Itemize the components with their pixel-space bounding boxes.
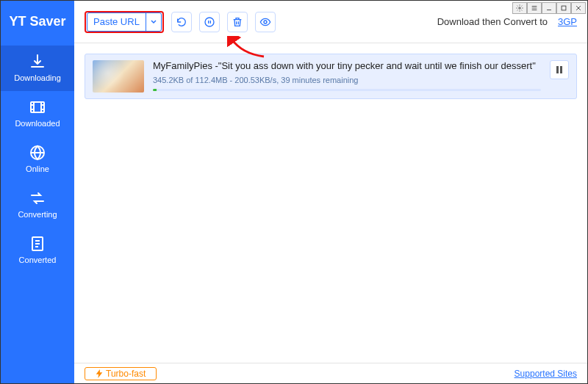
- film-icon: [29, 98, 46, 116]
- document-icon: [29, 235, 46, 253]
- eye-icon: [259, 16, 271, 28]
- paste-url-dropdown[interactable]: [146, 13, 161, 31]
- main-panel: Paste URL Download then Convert to 3GP: [74, 1, 587, 383]
- sidebar-item-label: Converting: [18, 210, 57, 219]
- trash-icon: [232, 16, 243, 28]
- pause-icon: [555, 65, 564, 74]
- menu-button[interactable]: [527, 2, 542, 14]
- pause-all-button[interactable]: [199, 12, 220, 32]
- sidebar-item-converting[interactable]: Converting: [1, 182, 74, 228]
- download-info: MyFamilyPies -"Sit you ass down with you…: [153, 60, 541, 91]
- close-button[interactable]: [571, 2, 586, 14]
- maximize-button[interactable]: [556, 2, 571, 14]
- chevron-down-icon: [151, 20, 157, 24]
- footer: Turbo-fast Supported Sites: [74, 363, 587, 383]
- download-list: MyFamilyPies -"Sit you ass down with you…: [74, 43, 587, 363]
- sidebar-item-label: Online: [26, 164, 49, 173]
- svg-rect-7: [556, 66, 559, 73]
- download-title: MyFamilyPies -"Sit you ass down with you…: [153, 60, 541, 71]
- sidebar-item-converted[interactable]: Converted: [1, 228, 74, 273]
- pause-button[interactable]: [550, 60, 569, 79]
- paste-url-label: Paste URL: [87, 16, 146, 27]
- globe-icon: [29, 144, 46, 162]
- download-status: 345.2KB of 112.4MB - 200.53KB/s, 39 minu…: [153, 76, 541, 84]
- download-icon: [29, 53, 46, 70]
- sidebar: YT Saver Downloading Downloaded Online C…: [1, 1, 74, 383]
- minimize-button[interactable]: [542, 2, 556, 14]
- lightning-icon: [96, 369, 103, 378]
- svg-rect-8: [560, 66, 562, 73]
- sidebar-item-online[interactable]: Online: [1, 137, 74, 182]
- app-title: YT Saver: [1, 1, 74, 46]
- pause-circle-icon: [204, 16, 215, 28]
- convert-label: Download then Convert to: [437, 16, 548, 27]
- turbo-fast-button[interactable]: Turbo-fast: [85, 367, 157, 380]
- svg-rect-2: [31, 102, 44, 112]
- window-controls: [512, 2, 586, 14]
- supported-sites-link[interactable]: Supported Sites: [514, 369, 577, 379]
- turbo-label: Turbo-fast: [106, 369, 146, 379]
- paste-url-button[interactable]: Paste URL: [87, 12, 162, 32]
- sidebar-item-downloading[interactable]: Downloading: [1, 46, 74, 91]
- convert-icon: [29, 189, 46, 207]
- progress-bar: [153, 89, 541, 91]
- svg-point-5: [205, 18, 214, 26]
- settings-button[interactable]: [512, 2, 527, 14]
- resume-button[interactable]: [171, 12, 192, 32]
- delete-button[interactable]: [227, 12, 248, 32]
- convert-format-link[interactable]: 3GP: [558, 16, 577, 27]
- toolbar: Paste URL Download then Convert to 3GP: [74, 1, 587, 43]
- sidebar-item-label: Downloaded: [15, 119, 60, 128]
- preview-button[interactable]: [255, 12, 276, 32]
- download-row[interactable]: MyFamilyPies -"Sit you ass down with you…: [85, 54, 577, 99]
- svg-point-6: [264, 21, 267, 23]
- sidebar-item-label: Converted: [19, 256, 57, 264]
- paste-url-highlight: Paste URL: [85, 11, 164, 33]
- svg-rect-1: [562, 6, 566, 10]
- refresh-icon: [176, 16, 187, 28]
- sidebar-item-downloaded[interactable]: Downloaded: [1, 91, 74, 137]
- thumbnail: [93, 60, 144, 93]
- sidebar-item-label: Downloading: [14, 73, 61, 82]
- svg-point-0: [519, 7, 521, 10]
